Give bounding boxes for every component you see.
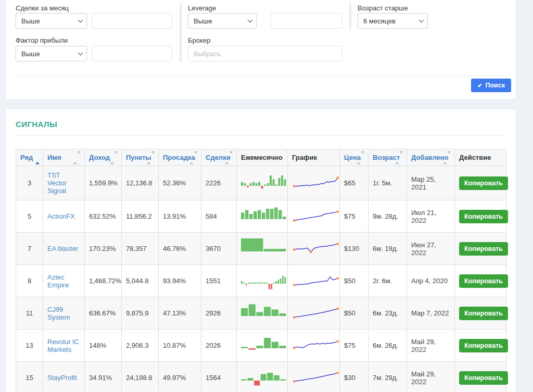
equity-line-chart bbox=[292, 238, 340, 258]
column-header-3[interactable]: Пункты bbox=[122, 149, 159, 166]
monthly-chart-cell bbox=[237, 330, 288, 362]
column-header-label: Доход bbox=[89, 154, 110, 161]
signal-name-link[interactable]: StayProfit bbox=[47, 374, 77, 382]
action-cell: Копировать bbox=[455, 362, 506, 392]
column-header-label: График bbox=[292, 154, 317, 161]
name-cell: EA blaster bbox=[43, 233, 85, 265]
equity-line-chart bbox=[292, 302, 340, 322]
trades-value-input[interactable] bbox=[92, 13, 172, 29]
copy-button[interactable]: Копировать bbox=[459, 242, 508, 256]
monthly-chart-cell bbox=[237, 200, 288, 233]
copy-button[interactable]: Копировать bbox=[459, 274, 508, 288]
equity-chart-cell bbox=[288, 265, 340, 297]
action-cell: Копировать bbox=[455, 200, 506, 233]
leverage-value-input[interactable] bbox=[271, 13, 342, 29]
age-cell: 6м. 23д. bbox=[369, 297, 407, 330]
profit-factor-select[interactable]: Выше bbox=[16, 46, 87, 61]
drawdown-cell: 49.97% bbox=[159, 362, 201, 392]
profit-factor-label: Фактор прибыли bbox=[16, 36, 68, 44]
signal-name-link[interactable]: Aztec Empire bbox=[47, 273, 69, 289]
gain-cell: 170.23% bbox=[85, 233, 122, 265]
column-header-2[interactable]: Доход bbox=[85, 149, 122, 166]
copy-button[interactable]: Копировать bbox=[459, 307, 508, 320]
sort-icon bbox=[225, 154, 233, 161]
signal-name-link[interactable]: Revolut IC Markets bbox=[47, 338, 79, 353]
signal-name-link[interactable]: EA blaster bbox=[47, 245, 78, 252]
added-cell: Мар 25, 2021 bbox=[407, 166, 455, 200]
signal-name-link[interactable]: CJ99 System bbox=[47, 306, 70, 321]
signal-row: 7EA blaster170.23%78,35746.76%3670$1306м… bbox=[16, 233, 506, 265]
column-header-1[interactable]: Имя bbox=[43, 149, 85, 166]
trades-cell: 1564 bbox=[201, 362, 237, 392]
name-cell: StayProfit bbox=[43, 362, 85, 392]
column-header-label: Ежемесячно bbox=[241, 154, 283, 161]
signal-name-link[interactable]: ActionFX bbox=[47, 212, 75, 220]
monthly-chart-cell bbox=[237, 166, 288, 200]
filter-divider bbox=[180, 3, 182, 62]
sort-asc-icon bbox=[35, 154, 40, 161]
signal-name-link[interactable]: TST Vector Signal bbox=[47, 171, 67, 195]
column-header-label: Имя bbox=[47, 154, 61, 161]
profit-factor-value-input[interactable] bbox=[92, 46, 172, 61]
age-cell: 7м. 29д. bbox=[369, 362, 407, 392]
equity-chart-cell bbox=[288, 200, 340, 233]
monthly-bar-chart bbox=[241, 172, 287, 192]
added-cell: Июн 27, 2022 bbox=[407, 233, 455, 265]
rank-cell: 3 bbox=[16, 166, 43, 200]
price-cell: $65 bbox=[340, 166, 369, 200]
column-header-4[interactable]: Просадка bbox=[159, 149, 201, 166]
filter-footer-divider bbox=[16, 75, 506, 76]
equity-line-chart bbox=[292, 172, 340, 192]
column-header-5[interactable]: Сделки bbox=[201, 149, 237, 166]
signals-title-divider bbox=[16, 135, 506, 136]
column-header-9[interactable]: Возраст bbox=[369, 149, 407, 166]
equity-line-chart bbox=[292, 270, 340, 290]
column-header-8[interactable]: Цена bbox=[340, 149, 369, 166]
name-cell: CJ99 System bbox=[43, 297, 85, 330]
rank-cell: 8 bbox=[16, 265, 43, 297]
price-cell: $75 bbox=[340, 200, 369, 233]
trades-comparison-select[interactable]: Выше bbox=[16, 13, 87, 29]
broker-input[interactable] bbox=[188, 46, 342, 61]
column-header-7: График bbox=[288, 149, 340, 166]
age-cell: 1г. 5м. bbox=[369, 166, 407, 200]
signal-row: 13Revolut IC Markets148%2,906.310.87%202… bbox=[16, 330, 506, 362]
trades-cell: 3670 bbox=[201, 233, 237, 265]
broker-label: Брокер bbox=[188, 36, 210, 44]
search-button[interactable]: ✔ Поиск bbox=[471, 79, 511, 92]
drawdown-cell: 10.87% bbox=[159, 330, 201, 362]
age-older-select-wrap: 6 месяцев bbox=[358, 13, 428, 29]
leverage-select-wrap: Выше bbox=[188, 13, 257, 29]
monthly-chart-cell bbox=[237, 297, 288, 330]
name-cell: Aztec Empire bbox=[43, 265, 85, 297]
monthly-chart-cell bbox=[237, 233, 288, 265]
monthly-bar-chart bbox=[241, 367, 287, 387]
rank-cell: 11 bbox=[16, 297, 43, 330]
price-cell: $75 bbox=[340, 330, 369, 362]
action-cell: Копировать bbox=[455, 330, 506, 362]
copy-button[interactable]: Копировать bbox=[459, 371, 508, 385]
copy-button[interactable]: Копировать bbox=[459, 176, 508, 190]
monthly-bar-chart bbox=[241, 270, 287, 290]
sort-icon bbox=[189, 154, 198, 161]
name-cell: ActionFX bbox=[43, 200, 85, 233]
trades-cell: 2226 bbox=[201, 166, 237, 200]
drawdown-cell: 46.76% bbox=[159, 233, 201, 265]
rank-cell: 15 bbox=[16, 362, 43, 392]
trades-comparison-select-wrap: Выше bbox=[16, 13, 87, 29]
price-cell: $30 bbox=[340, 362, 369, 392]
sort-icon bbox=[395, 154, 403, 161]
drawdown-cell: 93.94% bbox=[159, 265, 201, 297]
copy-button[interactable]: Копировать bbox=[459, 210, 508, 223]
signal-row: 8Aztec Empire1,468.72%5,044.893.94%1551$… bbox=[16, 265, 506, 297]
copy-button[interactable]: Копировать bbox=[459, 339, 508, 352]
rank-cell: 5 bbox=[16, 200, 43, 233]
pips-cell: 9,875.9 bbox=[122, 297, 159, 330]
column-header-0[interactable]: Ряд bbox=[16, 149, 43, 166]
column-header-10[interactable]: Добавлено bbox=[407, 149, 455, 166]
signals-table-header: РядИмяДоходПунктыПросадкаСделкиЕжемесячн… bbox=[16, 149, 506, 166]
drawdown-cell: 13.91% bbox=[159, 200, 201, 233]
leverage-select[interactable]: Выше bbox=[188, 13, 257, 29]
age-older-select[interactable]: 6 месяцев bbox=[358, 13, 428, 29]
action-cell: Копировать bbox=[455, 265, 506, 297]
